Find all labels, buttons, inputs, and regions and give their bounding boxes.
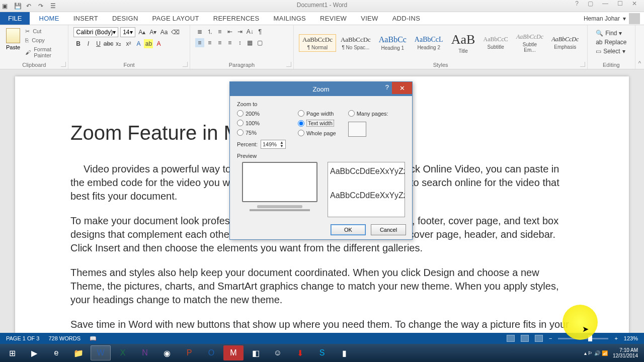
borders-icon[interactable]: ▢ [256, 38, 265, 47]
zoom-level[interactable]: 123% [624, 335, 638, 341]
find-button[interactable]: 🔍 Find ▾ [595, 29, 627, 37]
skype-icon[interactable]: S [312, 345, 332, 360]
radio-page-width[interactable]: Page width [298, 110, 336, 117]
dialog-close-icon[interactable]: ✕ [392, 82, 412, 94]
powerpoint-icon[interactable]: P [179, 345, 199, 360]
bold-icon[interactable]: B [73, 39, 83, 48]
align-center-icon[interactable]: ≡ [205, 38, 214, 47]
dialog-launcher-icon[interactable] [183, 62, 188, 67]
copy-button[interactable]: ⎘ Copy [24, 36, 63, 44]
close-icon[interactable]: ✕ [632, 0, 637, 7]
style-item[interactable]: AaBbCcHeading 1 [375, 34, 410, 52]
paste-button[interactable]: Paste [5, 27, 21, 59]
select-button[interactable]: ▭ Select ▾ [595, 47, 627, 55]
tab-view[interactable]: VIEW [354, 12, 385, 25]
acrobat-icon[interactable]: ⬇ [290, 345, 310, 360]
dialog-launcher-icon[interactable] [61, 62, 66, 67]
undo-icon[interactable]: ↶ [26, 3, 33, 10]
radio-75[interactable]: 75% [237, 129, 286, 136]
zoom-in-icon[interactable]: + [614, 335, 617, 341]
smiley-icon[interactable]: ☺ [268, 345, 288, 360]
ribbon-display-icon[interactable]: ▢ [588, 0, 593, 7]
highlight-icon[interactable]: ab [144, 39, 153, 48]
read-mode-icon[interactable] [507, 335, 515, 342]
explorer-icon[interactable]: 📁 [68, 345, 89, 360]
numbering-icon[interactable]: ⒈ [205, 27, 214, 36]
web-layout-icon[interactable] [535, 335, 543, 342]
tab-page-layout[interactable]: PAGE LAYOUT [145, 12, 206, 25]
superscript-icon[interactable]: x² [124, 39, 133, 48]
subscript-icon[interactable]: x₂ [114, 39, 123, 48]
app-icon[interactable]: ▮ [334, 345, 354, 360]
text-effects-icon[interactable]: A [134, 39, 143, 48]
onenote-icon[interactable]: N [135, 345, 155, 360]
tab-addins[interactable]: ADD-INS [385, 12, 428, 25]
multilevel-icon[interactable]: ≡ [215, 27, 224, 36]
tab-review[interactable]: REVIEW [313, 12, 354, 25]
style-item[interactable]: AaBbCcDc¶ Normal [299, 34, 336, 52]
page-indicator[interactable]: PAGE 1 OF 3 [6, 335, 39, 341]
bullets-icon[interactable]: ≣ [195, 27, 204, 36]
decrease-indent-icon[interactable]: ⇤ [225, 27, 234, 36]
app-icon[interactable]: ◧ [246, 345, 266, 360]
clear-format-icon[interactable]: ⌫ [171, 28, 180, 37]
align-left-icon[interactable]: ≡ [195, 38, 204, 47]
radio-text-width[interactable]: Text width [298, 120, 336, 127]
cancel-button[interactable]: Cancel [371, 224, 406, 235]
ok-button[interactable]: OK [331, 224, 366, 235]
print-layout-icon[interactable] [521, 335, 529, 342]
ie-icon[interactable]: e [46, 345, 66, 360]
tab-home[interactable]: HOME [32, 12, 66, 25]
radio-200[interactable]: 200% [237, 110, 286, 117]
style-item[interactable]: AaBbCcDc¶ No Spac... [337, 34, 374, 52]
tray-icons[interactable]: ▴ 🏳 🔊 📶 [584, 350, 608, 356]
chrome-icon[interactable]: ◉ [157, 345, 177, 360]
dialog-launcher-icon[interactable] [286, 62, 291, 67]
tab-file[interactable]: FILE [0, 12, 30, 25]
strike-icon[interactable]: abc [104, 39, 113, 48]
show-marks-icon[interactable]: ¶ [256, 27, 265, 36]
justify-icon[interactable]: ≡ [225, 38, 234, 47]
style-item[interactable]: AaBbCcDcEmphasis [548, 34, 582, 51]
tab-design[interactable]: DESIGN [105, 12, 145, 25]
maximize-icon[interactable]: ☐ [617, 0, 623, 7]
line-spacing-icon[interactable]: ↕ [235, 38, 245, 47]
grow-font-icon[interactable]: A▴ [137, 28, 146, 37]
replace-button[interactable]: ab Replace [595, 38, 627, 46]
tab-insert[interactable]: INSERT [66, 12, 105, 25]
zoom-out-icon[interactable]: − [549, 335, 552, 341]
styles-gallery[interactable]: AaBbCcDc¶ NormalAaBbCcDc¶ No Spac...AaBb… [299, 27, 582, 58]
increase-indent-icon[interactable]: ⇥ [235, 27, 245, 36]
tab-mailings[interactable]: MAILINGS [267, 12, 313, 25]
shrink-font-icon[interactable]: A▾ [148, 28, 157, 37]
font-name-combo[interactable]: Calibri (Body)▾ [73, 27, 118, 37]
font-color-icon[interactable]: A [154, 39, 163, 48]
percent-spinner[interactable]: 149%▲▼ [261, 140, 286, 149]
redo-icon[interactable]: ↷ [38, 3, 45, 10]
italic-icon[interactable]: I [84, 39, 93, 48]
underline-icon[interactable]: U [94, 39, 103, 48]
media-player-icon[interactable]: ▶ [24, 345, 44, 360]
font-size-combo[interactable]: 14▾ [120, 27, 135, 37]
save-icon[interactable]: 💾 [14, 3, 21, 10]
many-pages-icon[interactable] [348, 122, 366, 137]
radio-100[interactable]: 100% [237, 120, 286, 126]
word-taskbar-icon[interactable]: W [91, 345, 111, 360]
excel-icon[interactable]: X [113, 345, 133, 360]
spellcheck-icon[interactable]: 📖 [90, 335, 97, 342]
style-item[interactable]: AaBbCcLHeading 2 [411, 34, 447, 52]
format-painter-button[interactable]: 🖌 Format Painter [24, 45, 63, 59]
user-account[interactable]: Heman Johar ▾ [584, 13, 644, 24]
style-item[interactable]: AaBbCcDcSubtle Em... [513, 32, 547, 54]
touch-mode-icon[interactable]: ☰ [50, 3, 57, 10]
collapse-ribbon-icon[interactable]: ^ [635, 25, 644, 69]
radio-whole-page[interactable]: Whole page [298, 130, 336, 136]
style-item[interactable]: AaBbCcCSubtitle [480, 34, 512, 51]
shading-icon[interactable]: ▦ [246, 38, 255, 47]
help-icon[interactable]: ? [575, 0, 579, 7]
sort-icon[interactable]: A↓ [246, 27, 255, 36]
dialog-help-icon[interactable]: ? [385, 83, 389, 91]
minimize-icon[interactable]: — [602, 0, 608, 7]
change-case-icon[interactable]: Aa [159, 28, 169, 37]
style-item[interactable]: AaBTitle [448, 31, 479, 55]
